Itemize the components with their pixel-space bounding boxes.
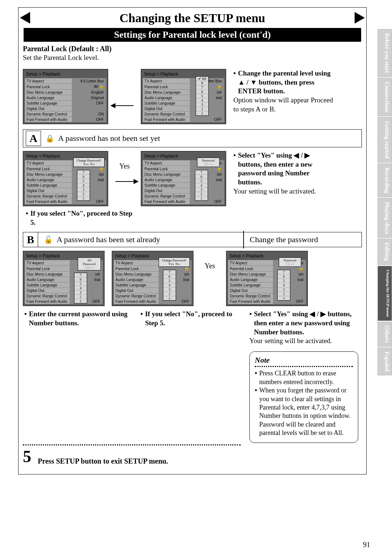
step-5-number: 5 <box>23 447 31 466</box>
level-dropdown[interactable]: ✔ All87654321 <box>196 76 209 116</box>
change-pw-popup: Change Password? Yes No <box>159 257 190 267</box>
level-dropdown-7[interactable]: 7654321 <box>77 170 90 201</box>
unlock-icon: 🔓 <box>42 235 53 244</box>
tab-esp[interactable]: Español <box>377 347 392 375</box>
setup-table: TV Aspect4:3 Letter BoxParental LockAll … <box>25 78 106 122</box>
tab-conn[interactable]: Connections <box>377 78 392 116</box>
section-a-header: A 🔒 A password has not been set yet <box>23 129 362 147</box>
tab-rec[interactable]: Recording <box>377 163 392 197</box>
instr-option: Option window will appear Proceed to ste… <box>233 96 335 114</box>
sub-banner: Settings for Parental lock level (cont'd… <box>24 28 361 42</box>
lock-icon: 🔒 <box>45 134 54 143</box>
tab-edit[interactable]: Editing <box>377 239 392 265</box>
section-a-letter: A <box>26 131 41 146</box>
level-dropdown-7[interactable]: 7654321 <box>277 270 290 301</box>
password-popup: Password ⬚- - - <box>197 158 220 167</box>
change-pw-popup: Change Password? Yes No <box>73 158 105 167</box>
arrow-right-icon <box>115 181 134 182</box>
instr-b-left: •Enter the current password using Number… <box>24 310 133 327</box>
setup-box-2: Setup > Playback TV Aspectetter BoxParen… <box>141 69 226 124</box>
setup-box-1: Setup > Playback TV Aspect4:3 Letter Box… <box>23 69 108 124</box>
tab-others[interactable]: Others <box>377 322 392 347</box>
note-title: Note <box>255 355 353 365</box>
breadcrumb: Setup > Playback <box>26 72 105 77</box>
instr-b-right2: Your setting will be activated. <box>249 337 358 346</box>
instr-a-activated: Your setting will be activated. <box>233 187 335 196</box>
instr-no-step5-a: •If you select "No", proceed to Step 5. <box>26 209 135 227</box>
side-tabs: Before you start Connections Getting sta… <box>377 29 392 376</box>
tab-setup[interactable]: Changing the SETUP menu <box>377 266 392 321</box>
banner-title: Changing the SETUP menu <box>21 10 363 28</box>
intro-text: Set the Parental Lock level. <box>23 54 362 62</box>
password-popup: All Password ⬚- - - <box>78 257 101 270</box>
setup-table: TV Aspectetter BoxParental Lock🔒Disc Men… <box>143 78 224 122</box>
instr-b-mid: •If you select "No", proceed to Step 5. <box>140 310 242 327</box>
step-5-text: Press SETUP button to exit SETUP menu. <box>38 457 168 465</box>
banner-right-chevron-icon <box>355 12 365 24</box>
level-dropdown-7[interactable]: 7654321 <box>163 270 176 301</box>
instr-a-select-yes: •Select "Yes" using ◀ / ▶ buttons, then … <box>233 151 335 187</box>
yes-label: Yes <box>204 262 215 270</box>
instr-change-level: •Change the parental level using ▲ / ▼ b… <box>233 69 335 96</box>
page-number: 91 <box>363 541 370 549</box>
level-dropdown-7[interactable]: 7654321 <box>195 170 208 201</box>
banner-left-chevron-icon <box>20 12 30 24</box>
intro-heading: Parental Lock (Default : All) <box>23 45 362 53</box>
note-box: Note •Press CLEAR button to erase number… <box>249 351 358 443</box>
tab-before[interactable]: Before you start <box>377 29 392 77</box>
yes-label: Yes <box>119 162 130 170</box>
instr-b-right1: •Select "Yes" using ◀ / ▶ buttons, then … <box>249 310 358 337</box>
breadcrumb: Setup > Playback <box>144 72 223 77</box>
password-popup: Password ⬚- - - <box>279 257 301 267</box>
level-dropdown-7[interactable]: 7654321 <box>74 273 87 304</box>
section-b-letter: B <box>23 232 38 247</box>
tab-start[interactable]: Getting started <box>377 117 392 163</box>
header-divider <box>243 231 244 248</box>
section-b-header: B 🔓 A password has been set already Chan… <box>23 232 362 247</box>
arrow-left-icon <box>115 69 134 106</box>
tab-play[interactable]: Playing discs <box>377 198 392 238</box>
